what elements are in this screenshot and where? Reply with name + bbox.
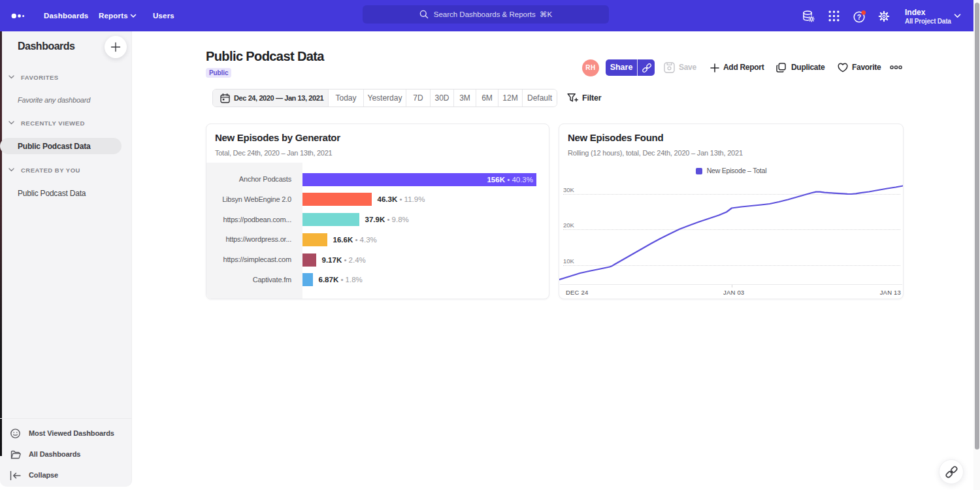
svg-text:?: ?	[857, 13, 861, 21]
